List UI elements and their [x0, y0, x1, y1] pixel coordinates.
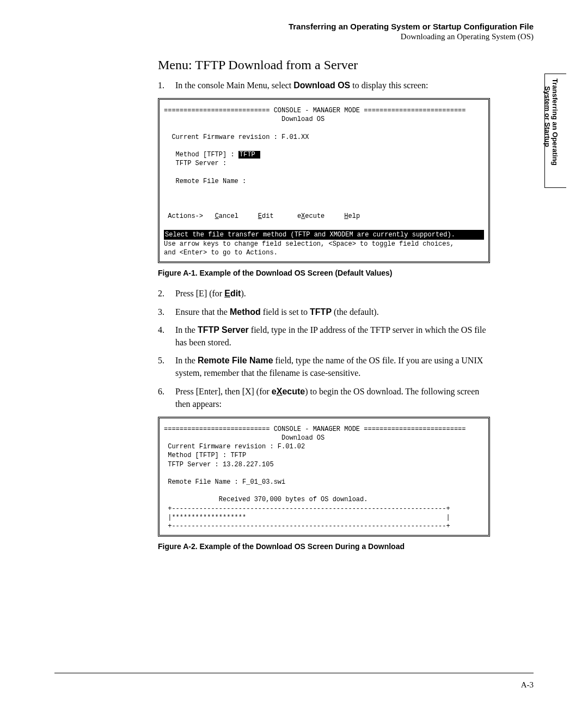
- figure-1-caption: Figure A-1. Example of the Download OS S…: [158, 269, 490, 277]
- side-tab-line2: System or Startup: [543, 86, 552, 147]
- page-header: Transferring an Operating System or Star…: [54, 22, 534, 41]
- console-screen-2: =========================== CONSOLE - MA…: [158, 417, 490, 537]
- header-title: Transferring an Operating System or Star…: [54, 22, 534, 31]
- method-field[interactable]: TFTP: [238, 151, 260, 159]
- section-title: Menu: TFTP Download from a Server: [158, 58, 490, 72]
- footer-rule: [54, 673, 534, 673]
- step-6: 6. Press [Enter], then [X] (for eXecute)…: [158, 385, 490, 410]
- side-tab: Transferring an Operating System or Star…: [544, 74, 566, 188]
- side-tab-line1: Transferring an Operating: [551, 78, 559, 166]
- figure-2-caption: Figure A-2. Example of the Download OS S…: [158, 542, 490, 551]
- step-num: 1.: [158, 79, 175, 92]
- step-2: 2. Press [E] (for Edit).: [158, 287, 490, 300]
- page-number: A-3: [521, 680, 534, 690]
- console-screen-1: =========================== CONSOLE - MA…: [158, 98, 490, 263]
- step-1: 1. In the console Main Menu, select Down…: [158, 79, 490, 92]
- content-area: Menu: TFTP Download from a Server 1. In …: [158, 58, 490, 551]
- hint-bar: Select the file transfer method (TFTP an…: [164, 230, 484, 240]
- step-body: In the console Main Menu, select Downloa…: [175, 79, 490, 92]
- step-3: 3. Ensure that the Method field is set t…: [158, 306, 490, 318]
- header-subtitle: Downloading an Operating System (OS): [54, 32, 534, 41]
- step-4: 4. In the TFTP Server field, type in the…: [158, 324, 490, 349]
- step-5: 5. In the Remote File Name field, type t…: [158, 354, 490, 379]
